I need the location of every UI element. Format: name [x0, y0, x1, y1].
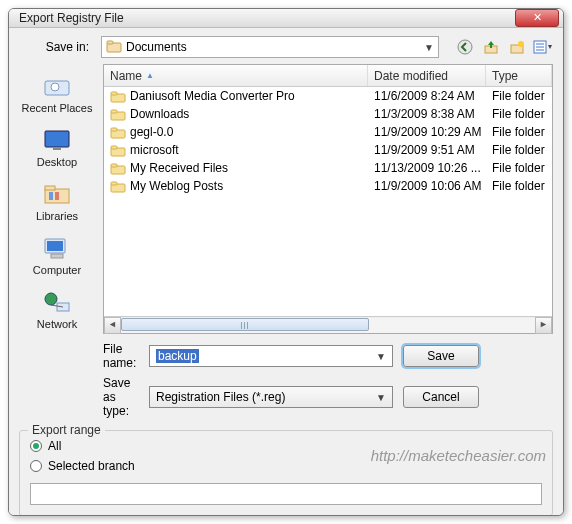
radio-selected-branch[interactable]	[30, 460, 42, 472]
column-name[interactable]: Name ▲	[104, 65, 368, 86]
file-list: Name ▲ Date modified Type Daniusoft Medi…	[103, 64, 553, 334]
file-date: 11/3/2009 8:38 AM	[368, 107, 486, 121]
place-computer[interactable]: Computer	[19, 230, 95, 280]
table-row[interactable]: gegl-0.011/9/2009 10:29 AMFile folder	[104, 123, 552, 141]
file-date: 11/9/2009 10:29 AM	[368, 125, 486, 139]
place-label: Recent Places	[22, 102, 93, 114]
save-in-label: Save in:	[19, 40, 95, 54]
file-type: File folder	[486, 89, 552, 103]
up-one-level-button[interactable]	[481, 37, 501, 57]
svg-rect-20	[51, 254, 63, 258]
save-in-value: Documents	[126, 40, 187, 54]
table-row[interactable]: Daniusoft Media Converter Pro11/6/2009 8…	[104, 87, 552, 105]
svg-point-5	[518, 41, 524, 47]
dialog-body: Save in: Documents ▼ Recent Places	[9, 28, 563, 516]
file-type: File folder	[486, 125, 552, 139]
svg-rect-33	[111, 164, 117, 167]
file-name: Daniusoft Media Converter Pro	[130, 89, 295, 103]
svg-rect-35	[111, 182, 117, 185]
table-row[interactable]: My Weblog Posts11/9/2009 10:06 AMFile fo…	[104, 177, 552, 195]
place-desktop[interactable]: Desktop	[19, 122, 95, 172]
svg-point-2	[458, 40, 472, 54]
svg-rect-19	[47, 241, 63, 251]
selected-branch-input[interactable]	[30, 483, 542, 505]
recent-places-icon	[41, 72, 73, 100]
table-row[interactable]: My Received Files11/13/2009 10:26 ...Fil…	[104, 159, 552, 177]
file-date: 11/6/2009 8:24 AM	[368, 89, 486, 103]
documents-icon	[106, 39, 122, 56]
sort-ascending-icon: ▲	[146, 71, 154, 80]
table-row[interactable]: microsoft11/9/2009 9:51 AMFile folder	[104, 141, 552, 159]
file-name: gegl-0.0	[130, 125, 173, 139]
filename-label: File name:	[19, 342, 139, 370]
file-name: microsoft	[130, 143, 179, 157]
scroll-track[interactable]	[121, 318, 535, 333]
save-in-combo[interactable]: Documents ▼	[101, 36, 439, 58]
place-label: Network	[37, 318, 77, 330]
export-range-legend: Export range	[28, 423, 105, 437]
saveas-label: Save as type:	[19, 376, 139, 418]
nav-icons	[455, 37, 553, 57]
svg-rect-29	[111, 128, 117, 131]
radio-all[interactable]	[30, 440, 42, 452]
place-label: Libraries	[36, 210, 78, 222]
scroll-left-button[interactable]: ◄	[104, 317, 121, 334]
radio-all-row[interactable]: All	[30, 439, 542, 453]
close-button[interactable]: ✕	[515, 9, 559, 27]
form-rows: File name: backup ▼ Save Save as type: R…	[19, 342, 553, 424]
chevron-down-icon: ▼	[424, 42, 434, 53]
svg-rect-16	[49, 192, 53, 200]
column-type[interactable]: Type	[486, 65, 552, 86]
middle-area: Recent Places Desktop Libraries Computer…	[19, 64, 553, 334]
place-network[interactable]: Network	[19, 284, 95, 334]
back-button[interactable]	[455, 37, 475, 57]
svg-rect-17	[55, 192, 59, 200]
filename-input[interactable]: backup ▼	[149, 345, 393, 367]
folder-icon	[110, 90, 126, 103]
folder-icon	[110, 126, 126, 139]
place-label: Computer	[33, 264, 81, 276]
place-libraries[interactable]: Libraries	[19, 176, 95, 226]
file-type: File folder	[486, 179, 552, 193]
svg-rect-12	[45, 131, 69, 147]
network-icon	[41, 288, 73, 316]
saveas-combo[interactable]: Registration Files (*.reg) ▼	[149, 386, 393, 408]
save-button[interactable]: Save	[403, 345, 479, 367]
file-type: File folder	[486, 143, 552, 157]
svg-rect-25	[111, 92, 117, 95]
saveas-value: Registration Files (*.reg)	[156, 390, 285, 404]
export-range-group: Export range All Selected branch	[19, 430, 553, 516]
titlebar: Export Registry File ✕	[9, 9, 563, 28]
filename-value: backup	[156, 349, 199, 363]
svg-rect-13	[53, 147, 61, 150]
column-headers: Name ▲ Date modified Type	[104, 65, 552, 87]
folder-icon	[110, 162, 126, 175]
chevron-down-icon: ▼	[376, 392, 386, 403]
place-recent[interactable]: Recent Places	[19, 68, 95, 118]
file-date: 11/13/2009 10:26 ...	[368, 161, 486, 175]
desktop-icon	[41, 126, 73, 154]
column-date[interactable]: Date modified	[368, 65, 486, 86]
svg-rect-31	[111, 146, 117, 149]
file-rows: Daniusoft Media Converter Pro11/6/2009 8…	[104, 87, 552, 316]
file-date: 11/9/2009 9:51 AM	[368, 143, 486, 157]
radio-selected-branch-label: Selected branch	[48, 459, 135, 473]
scroll-right-button[interactable]: ►	[535, 317, 552, 334]
chevron-down-icon: ▼	[376, 351, 386, 362]
horizontal-scrollbar[interactable]: ◄ ►	[104, 316, 552, 333]
radio-all-label: All	[48, 439, 61, 453]
scroll-thumb[interactable]	[121, 318, 369, 331]
file-type: File folder	[486, 161, 552, 175]
views-button[interactable]	[533, 37, 553, 57]
svg-rect-15	[45, 186, 55, 190]
cancel-button[interactable]: Cancel	[403, 386, 479, 408]
folder-icon	[110, 180, 126, 193]
export-registry-dialog: Export Registry File ✕ Save in: Document…	[8, 8, 564, 516]
svg-rect-1	[107, 41, 113, 44]
radio-selected-branch-row[interactable]: Selected branch	[30, 459, 542, 473]
new-folder-button[interactable]	[507, 37, 527, 57]
folder-icon	[110, 108, 126, 121]
table-row[interactable]: Downloads11/3/2009 8:38 AMFile folder	[104, 105, 552, 123]
file-name: My Received Files	[130, 161, 228, 175]
svg-rect-27	[111, 110, 117, 113]
